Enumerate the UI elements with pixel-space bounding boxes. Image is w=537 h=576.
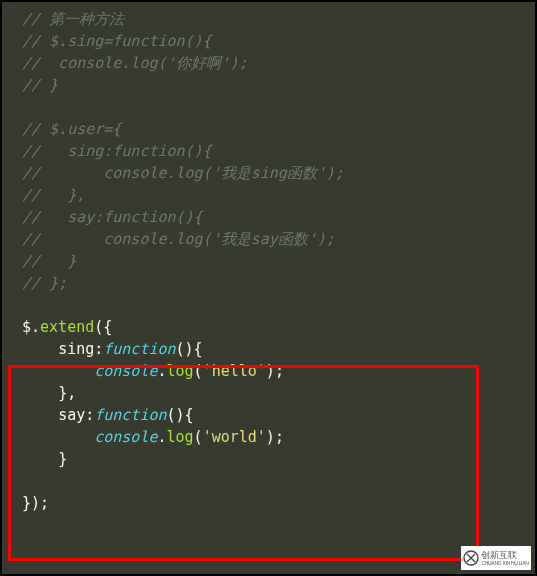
code-token: say [58,406,85,424]
code-token: log [167,362,194,380]
code-token [22,340,58,358]
code-token: $ [22,318,31,336]
code-token: . [31,318,40,336]
code-token: : [85,406,94,424]
logo-brand: 创新互联 [481,551,528,560]
code-token: ) [266,362,275,380]
code-token: function [103,340,175,358]
code-token [22,362,94,380]
comment-line: // console.log('我是sing函数'); [22,164,344,182]
code-token: }, [58,384,76,402]
comment-line: // $.user={ [22,120,121,138]
comment-line: // 第一种方法 [22,10,124,28]
comment-line: // console.log('你好啊'); [22,54,248,72]
code-token: . [157,362,166,380]
code-token: 'hello' [203,362,266,380]
code-token: ( [194,428,203,446]
comment-line: // sing:function(){ [22,142,212,160]
comment-line: // } [22,252,76,270]
code-token [22,406,58,424]
comment-line: // }; [22,274,67,292]
code-token: console [94,428,157,446]
code-token: . [157,428,166,446]
code-block: // 第一种方法 // $.sing=function(){ // consol… [2,8,535,514]
code-token: sing [58,340,94,358]
code-token: { [185,406,194,424]
code-token: { [194,340,203,358]
code-token: extend [40,318,94,336]
comment-line: // $.sing=function(){ [22,32,212,50]
comment-line: // say:function(){ [22,208,203,226]
code-token [22,384,58,402]
code-token: ) [266,428,275,446]
logo-icon [463,550,479,566]
comment-line: // }, [22,186,85,204]
code-token: }); [22,494,49,512]
code-token: 'world' [203,428,266,446]
code-token: ( [194,362,203,380]
code-token: () [176,340,194,358]
code-token: console [94,362,157,380]
code-token: ; [275,362,284,380]
watermark-logo: 创新互联 CHUANG XIN HU LIAN [461,546,531,570]
code-token: function [94,406,166,424]
code-token: ({ [94,318,112,336]
code-token: ; [275,428,284,446]
comment-line: // console.log('我是say函数'); [22,230,335,248]
code-token: log [167,428,194,446]
comment-line: // } [22,76,58,94]
code-editor[interactable]: // 第一种方法 // $.sing=function(){ // consol… [0,0,537,576]
code-token: () [167,406,185,424]
code-token: : [94,340,103,358]
code-token [22,428,94,446]
code-token: } [58,450,67,468]
logo-sub: CHUANG XIN HU LIAN [481,560,528,566]
code-token [22,450,58,468]
